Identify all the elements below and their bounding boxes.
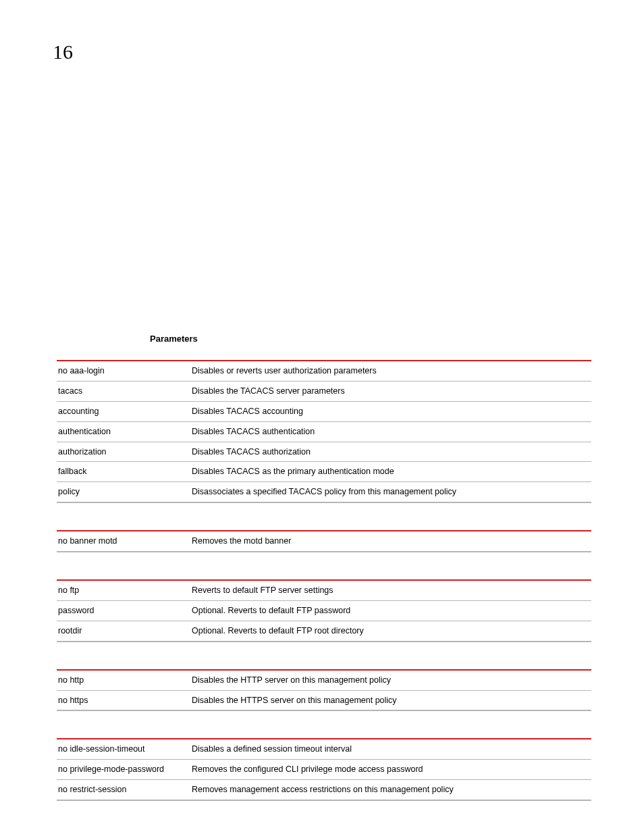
param-desc: Disables TACACS accounting [190, 401, 591, 421]
param-name: no https [57, 690, 190, 710]
param-desc: Disables the HTTP server on this managem… [190, 670, 591, 690]
param-desc: Disables the TACACS server parameters [190, 381, 591, 401]
table-row: no httpsDisables the HTTPS server on thi… [57, 690, 591, 710]
param-desc: Disables TACACS as the primary authentic… [190, 462, 591, 482]
table-row: no banner motdRemoves the motd banner [57, 531, 591, 552]
table-row: fallbackDisables TACACS as the primary a… [57, 462, 591, 482]
page: 16 Parameters no aaa-loginDisables or re… [0, 0, 644, 834]
param-name: tacacs [57, 381, 190, 401]
param-table: no aaa-loginDisables or reverts user aut… [57, 360, 591, 503]
param-name: rootdir [57, 621, 190, 641]
table-row: authorizationDisables TACACS authorizati… [57, 442, 591, 462]
table-row: no ftpReverts to default FTP server sett… [57, 580, 591, 600]
param-desc: Disables TACACS authorization [190, 442, 591, 462]
param-table: no banner motdRemoves the motd banner [57, 530, 591, 552]
table-row: no idle-session-timeoutDisables a define… [57, 739, 591, 759]
table-row: no aaa-loginDisables or reverts user aut… [57, 361, 591, 381]
table-row: no httpDisables the HTTP server on this … [57, 670, 591, 690]
param-desc: Disassociates a specified TACACS policy … [190, 482, 591, 502]
param-table-group: no banner motdRemoves the motd banner [57, 530, 591, 552]
param-table-group: no httpDisables the HTTP server on this … [57, 669, 591, 712]
table-row: no restrict-sessionRemoves management ac… [57, 780, 591, 800]
param-name: no privilege-mode-password [57, 760, 190, 780]
param-name: no aaa-login [57, 361, 190, 381]
param-name: no ftp [57, 580, 190, 600]
param-table-group: no aaa-loginDisables or reverts user aut… [57, 360, 591, 503]
table-row: authenticationDisables TACACS authentica… [57, 421, 591, 442]
param-name: fallback [57, 462, 190, 482]
param-name: authorization [57, 442, 190, 462]
param-name: no restrict-session [57, 780, 190, 800]
chapter-number: 16 [53, 41, 591, 63]
tables-host: no aaa-loginDisables or reverts user aut… [53, 360, 591, 801]
table-row: accountingDisables TACACS accounting [57, 401, 591, 421]
param-desc: Disables a defined session timeout inter… [190, 739, 591, 759]
param-desc: Removes the configured CLI privilege mod… [190, 760, 591, 780]
param-table: no idle-session-timeoutDisables a define… [57, 738, 591, 801]
param-desc: Removes the motd banner [190, 531, 591, 552]
param-table: no httpDisables the HTTP server on this … [57, 669, 591, 712]
param-name: authentication [57, 421, 190, 442]
table-row: policyDisassociates a specified TACACS p… [57, 482, 591, 502]
param-desc: Optional. Reverts to default FTP passwor… [190, 600, 591, 621]
param-name: no banner motd [57, 531, 190, 552]
param-table-group: no idle-session-timeoutDisables a define… [57, 738, 591, 801]
param-desc: Disables TACACS authentication [190, 421, 591, 442]
param-name: no idle-session-timeout [57, 739, 190, 759]
table-row: passwordOptional. Reverts to default FTP… [57, 600, 591, 621]
section-heading-parameters: Parameters [150, 334, 591, 344]
param-desc: Reverts to default FTP server settings [190, 580, 591, 600]
param-name: no http [57, 670, 190, 690]
param-table-group: no ftpReverts to default FTP server sett… [57, 579, 591, 642]
param-table: no ftpReverts to default FTP server sett… [57, 579, 591, 642]
table-row: no privilege-mode-passwordRemoves the co… [57, 760, 591, 780]
param-desc: Disables the HTTPS server on this manage… [190, 690, 591, 710]
param-name: policy [57, 482, 190, 502]
param-name: accounting [57, 401, 190, 421]
param-name: password [57, 600, 190, 621]
table-row: tacacsDisables the TACACS server paramet… [57, 381, 591, 401]
param-desc: Disables or reverts user authorization p… [190, 361, 591, 381]
param-desc: Removes management access restrictions o… [190, 780, 591, 800]
table-row: rootdirOptional. Reverts to default FTP … [57, 621, 591, 641]
param-desc: Optional. Reverts to default FTP root di… [190, 621, 591, 641]
